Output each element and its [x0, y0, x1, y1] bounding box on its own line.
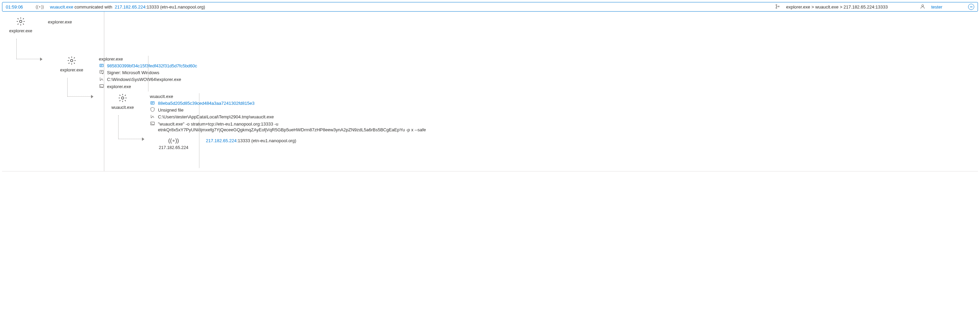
gear-icon — [16, 17, 25, 26]
sha1-link[interactable]: 985830399bf34c15f3fedf432f31d5d7fc5bd60c — [107, 63, 197, 69]
network-signal-icon: ((∘)) — [36, 5, 44, 9]
tree-node-label: explorer.exe — [56, 68, 87, 72]
tree-node-explorer-root[interactable]: explorer.exe — [5, 17, 36, 34]
event-description: wuauclt.exe communicated with 217.182.65… — [50, 5, 205, 10]
collapse-button[interactable]: − — [968, 4, 974, 10]
detail-title: explorer.exe — [48, 19, 72, 24]
sha1-link[interactable]: 88eba5d205d85c39ced484a3aa7241302fd815e3 — [158, 100, 255, 107]
bottom-divider — [2, 171, 978, 171]
signer-text: Unsigned file — [158, 107, 183, 113]
event-header-row[interactable]: 01:59:06 ((∘)) wuauclt.exe communicated … — [2, 2, 978, 11]
tree-main-divider — [104, 11, 104, 171]
tree-node-wuauclt[interactable]: wuauclt.exe — [107, 93, 138, 110]
commandline-text: "wuauclt.exe" -o stratum+tcp://etn-eu1.n… — [158, 121, 450, 133]
sha-icon — [150, 100, 155, 107]
commandline-text: explorer.exe — [107, 84, 131, 90]
tree-connector — [118, 115, 142, 139]
svg-point-2 — [778, 6, 779, 7]
network-signal-icon: ((∘)) — [158, 138, 189, 144]
unsigned-icon — [150, 107, 155, 113]
detail-title: wuauclt.exe — [150, 94, 450, 99]
svg-rect-10 — [151, 102, 154, 104]
path-icon — [150, 114, 155, 120]
process-tree-icon — [775, 4, 780, 10]
sha-icon — [99, 63, 104, 69]
tree-connector — [67, 78, 91, 97]
user-icon — [920, 4, 925, 10]
svg-point-1 — [776, 7, 777, 8]
svg-rect-6 — [100, 64, 103, 67]
svg-rect-7 — [100, 70, 103, 74]
svg-point-3 — [922, 5, 924, 6]
signer-text: Signer: Microsoft Windows — [107, 70, 159, 76]
tree-node-label: wuauclt.exe — [107, 105, 138, 110]
event-time: 01:59:06 — [6, 5, 30, 10]
svg-point-9 — [122, 97, 124, 99]
tree-node-explorer-child[interactable]: explorer.exe — [56, 56, 87, 72]
commandline-icon — [99, 84, 104, 90]
path-text: C:\Windows\SysWOW64\explorer.exe — [107, 77, 181, 83]
tree-node-endpoint[interactable]: ((∘)) 217.182.65.224 — [158, 138, 189, 150]
event-ip-link[interactable]: 217.182.65.224 — [115, 5, 145, 10]
tree-detail-divider — [148, 56, 148, 91]
process-tree: explorer.exe explorer.exe explorer.exe e… — [2, 11, 978, 171]
gear-icon — [67, 56, 76, 65]
tree-detail-divider — [199, 93, 199, 168]
commandline-icon — [150, 121, 155, 127]
svg-point-4 — [20, 21, 22, 23]
endpoint-ip-link[interactable]: 217.182.65.224 — [206, 138, 236, 143]
svg-point-0 — [776, 5, 777, 5]
certificate-icon — [99, 70, 104, 76]
user-link[interactable]: tester — [931, 5, 942, 10]
tree-node-label: explorer.exe — [5, 29, 36, 34]
svg-point-5 — [71, 59, 73, 62]
tree-node-details-root: explorer.exe — [48, 19, 72, 26]
event-process-link[interactable]: wuauclt.exe — [50, 5, 73, 10]
tree-node-details-endpoint: 217.182.65.224:13333 (etn-eu1.nanopool.o… — [206, 138, 296, 143]
tree-node-details-wuauclt: wuauclt.exe 88eba5d205d85c39ced484a3aa72… — [150, 94, 450, 134]
path-text: C:\Users\tester\AppData\Local\Temp\2904.… — [158, 114, 274, 120]
gear-icon — [118, 93, 127, 103]
path-icon — [99, 77, 104, 83]
process-breadcrumb: explorer.exe > wuauclt.exe > 217.182.65.… — [786, 5, 888, 10]
tree-connector — [16, 39, 40, 59]
tree-node-label: 217.182.65.224 — [158, 145, 189, 150]
